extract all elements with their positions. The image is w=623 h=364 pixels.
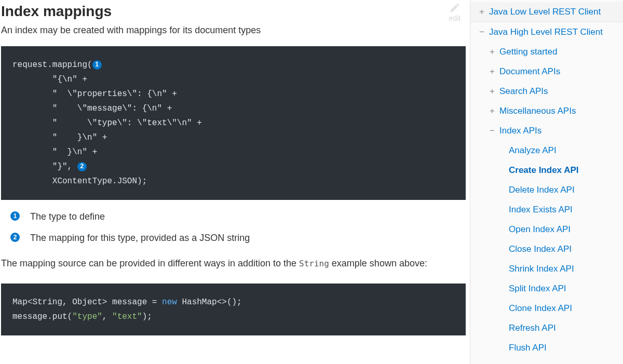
nav-label: Document APIs	[499, 66, 560, 77]
nav-item-open-index-api[interactable]: Open Index API	[470, 220, 623, 239]
code-block-1: request.mapping(1 "{\n" + " \"properties…	[1, 46, 466, 200]
nav-label: Flush API	[509, 343, 547, 353]
callout-row: 1 The type to define	[10, 211, 466, 222]
callout-row: 2 The mapping for this type, provided as…	[10, 233, 466, 244]
nav-item-analyze-api[interactable]: Analyze API	[470, 141, 623, 160]
nav-label: Search APIs	[499, 86, 548, 97]
nav-label: Index APIs	[499, 126, 541, 136]
nav-item-document-apis[interactable]: +Document APIs	[470, 62, 623, 82]
nav-item-split-index-api[interactable]: Split Index API	[470, 279, 623, 299]
expand-icon: +	[478, 7, 486, 17]
edit-link[interactable]: edit	[449, 2, 461, 22]
edit-label: edit	[449, 14, 461, 22]
nav-label: Open Index API	[509, 224, 571, 235]
nav-item-java-high-level[interactable]: − Java High Level REST Client	[470, 22, 623, 42]
pencil-icon	[449, 2, 461, 14]
collapse-icon: −	[488, 126, 496, 136]
expand-icon: +	[488, 106, 496, 116]
nav-item-flush-api[interactable]: Flush API	[470, 338, 623, 358]
nav-label: Getting started	[499, 47, 558, 57]
callout-badge-2: 2	[77, 162, 87, 171]
paragraph-2: The mapping source can be provided in di…	[1, 256, 466, 271]
callout-list: 1 The type to define 2 The mapping for t…	[10, 211, 466, 244]
intro-text: An index may be created with mappings fo…	[1, 25, 466, 36]
code-block-2: Map<String, Object> message = new HashMa…	[1, 284, 466, 335]
expand-icon: +	[488, 47, 496, 57]
main-content: Index mappings edit An index may be crea…	[0, 0, 470, 364]
nav-item-create-index-api[interactable]: Create Index API	[470, 160, 623, 180]
nav-item-shrink-index-api[interactable]: Shrink Index API	[470, 259, 623, 279]
page-title: Index mappings	[1, 3, 112, 20]
callout-text: The mapping for this type, provided as a…	[30, 233, 250, 244]
inline-code-string: String	[299, 259, 329, 268]
nav-label: Clone Index API	[509, 303, 572, 314]
nav-label: Java Low Level REST Client	[489, 7, 601, 17]
nav-label: Index Exists API	[509, 205, 573, 215]
nav-item-refresh-api[interactable]: Refresh API	[470, 318, 623, 338]
collapse-icon: −	[478, 27, 486, 37]
callout-badge-2: 2	[10, 233, 20, 242]
nav-label: Shrink Index API	[509, 264, 574, 274]
nav-item-getting-started[interactable]: +Getting started	[470, 42, 623, 62]
callout-badge-1: 1	[92, 60, 102, 70]
callout-text: The type to define	[30, 211, 105, 222]
expand-icon: +	[488, 86, 496, 97]
nav-label: Delete Index API	[509, 185, 575, 195]
nav-item-close-index-api[interactable]: Close Index API	[470, 239, 623, 259]
expand-icon: +	[488, 66, 496, 77]
nav-item-delete-index-api[interactable]: Delete Index API	[470, 180, 623, 200]
nav-item-search-apis[interactable]: +Search APIs	[470, 82, 623, 101]
nav-label: Refresh API	[509, 323, 556, 333]
nav-label: Miscellaneous APIs	[499, 106, 576, 116]
nav-item-index-exists-api[interactable]: Index Exists API	[470, 200, 623, 220]
nav-label: Create Index API	[509, 165, 578, 176]
nav-label: Analyze API	[509, 145, 557, 156]
nav-item-misc-apis[interactable]: +Miscellaneous APIs	[470, 101, 623, 121]
sidebar-nav: + Java Low Level REST Client − Java High…	[470, 0, 623, 364]
callout-badge-1: 1	[10, 211, 20, 221]
nav-item-clone-index-api[interactable]: Clone Index API	[470, 299, 623, 318]
nav-label: Java High Level REST Client	[489, 27, 603, 37]
nav-label: Close Index API	[509, 244, 572, 254]
nav-item-java-low-level[interactable]: + Java Low Level REST Client	[470, 2, 623, 22]
nav-item-index-apis[interactable]: −Index APIs	[470, 121, 623, 141]
nav-label: Split Index API	[509, 284, 566, 294]
